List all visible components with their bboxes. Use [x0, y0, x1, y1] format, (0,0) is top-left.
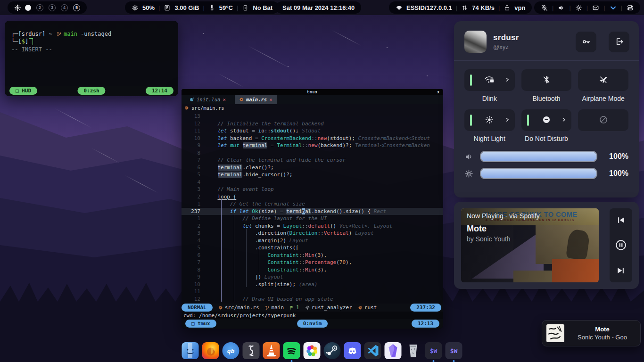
cpu-icon	[132, 4, 139, 11]
toggle-blocked[interactable]	[578, 109, 628, 131]
toggle-dlink[interactable]	[464, 69, 515, 91]
lsp-server: rust_analyzer	[305, 304, 352, 311]
tmux-session-name[interactable]: □ tmux	[185, 320, 216, 328]
sun-icon	[484, 115, 495, 126]
code-line: 10 let backend = CrosstermBackend::new(s…	[182, 135, 443, 142]
toggle-night-light[interactable]	[464, 109, 515, 131]
workspace-3[interactable]: 3	[49, 4, 56, 11]
chevron-right-icon[interactable]	[504, 77, 510, 84]
toggle-label: Dlink	[482, 95, 497, 103]
now-playing-info: Now Playing - via Spotify Mote by Sonic …	[467, 212, 540, 243]
separator: |	[621, 4, 622, 11]
bluetoothOff-icon	[541, 75, 552, 86]
desktop: 2345 50% | 3.00 GiB | 59°C | No Bat Sat …	[0, 0, 644, 362]
tab-close-icon[interactable]: ×	[223, 97, 226, 102]
next-button[interactable]	[616, 266, 626, 275]
memory-icon	[164, 4, 171, 11]
terminal-window[interactable]: ┌─[srdusr] ~ main -unstaged └─[$] -- INS…	[5, 21, 178, 96]
workspace-5[interactable]: 5	[73, 4, 80, 11]
vlc-icon	[263, 342, 280, 359]
dock-icon-discord[interactable]	[344, 342, 361, 359]
toggle-do-not-disturb[interactable]	[521, 109, 572, 131]
dock-icon-spotify[interactable]	[283, 342, 300, 359]
code-line: 7 // Clear the terminal and hide the cur…	[182, 156, 443, 164]
dock-icon-obs[interactable]	[243, 342, 260, 359]
dock-icon-firefox[interactable]	[202, 342, 219, 359]
lock-keys-button[interactable]	[576, 32, 596, 52]
user-header: srdusr @xyz	[454, 21, 639, 59]
code-editor[interactable]: 1312 // Initialize the terminal backend1…	[182, 112, 443, 304]
brightness-slider[interactable]	[480, 168, 597, 179]
mic-muted-icon[interactable]	[541, 4, 548, 11]
airplaneOff-icon	[598, 75, 609, 86]
dock-icon-obsidian[interactable]	[385, 342, 402, 359]
tmux-window-nvim[interactable]: 0:nvim	[297, 320, 328, 328]
indent-guide	[246, 229, 247, 287]
vpn-icon[interactable]	[504, 4, 511, 11]
dock-icon-steam[interactable]	[324, 342, 341, 359]
window-title: tmux	[182, 90, 443, 94]
chevron-right-icon[interactable]	[561, 117, 567, 124]
pause-button[interactable]	[615, 239, 627, 251]
window-titlebar: tmux x	[182, 89, 443, 95]
dock-icon-vscode[interactable]	[364, 342, 381, 359]
notification-album-art	[546, 324, 564, 342]
icon-glyph: $W	[450, 347, 458, 354]
toggle-cell: Bluetooth	[521, 69, 572, 103]
brightness-value: 100%	[604, 169, 628, 178]
volume-icon[interactable]	[558, 4, 565, 11]
workspace-4[interactable]: 4	[61, 4, 68, 11]
tmux-session-hud[interactable]: □ HUD	[9, 87, 37, 95]
toggle-bluetooth[interactable]	[521, 69, 572, 91]
distro-logo-icon[interactable]	[14, 4, 21, 11]
volume-slider[interactable]	[480, 151, 597, 162]
dock-icon-photos[interactable]	[304, 342, 321, 359]
media-notification[interactable]: Mote Sonic Youth - Goo	[542, 320, 641, 346]
settings-icon[interactable]	[575, 4, 582, 11]
dock-icon-sw-app-1[interactable]: $W	[425, 342, 442, 359]
dock-icon-trash[interactable]	[405, 342, 422, 359]
flag-icon	[289, 305, 294, 310]
dock-icon-file-manager[interactable]	[182, 342, 199, 359]
dock-icon-vlc[interactable]	[263, 342, 280, 359]
statusline-branch: main	[265, 304, 284, 311]
dock: qb$W$W	[182, 342, 462, 359]
updates-chevron-icon[interactable]	[610, 4, 617, 11]
prompt-symbol: $	[22, 38, 25, 45]
messages-icon[interactable]	[592, 4, 599, 11]
network-status: ESSID/127.0.0.1 | 74 KB/s | vpn	[389, 1, 532, 14]
statusline-file: src/main.rs	[218, 304, 259, 311]
chevron-right-icon[interactable]	[504, 117, 510, 124]
lua-file-icon	[190, 97, 194, 102]
workspace-2[interactable]: 2	[36, 4, 43, 11]
shell-prompt-line1: ┌─[srdusr] ~ main -unstaged	[11, 30, 172, 38]
shell-prompt-line2: └─[$]	[11, 38, 172, 45]
memory-usage: 3.00 GiB	[174, 4, 199, 11]
window-close-button[interactable]: x	[437, 90, 439, 94]
key-icon	[582, 37, 591, 46]
editor-window[interactable]: tmux x init.lua × main.rs × src/main.rs	[182, 89, 443, 329]
tab-init-lua[interactable]: init.lua ×	[185, 95, 230, 104]
toggle-airplane-mode[interactable]	[578, 69, 628, 91]
toggles-icon[interactable]	[627, 4, 634, 11]
previous-button[interactable]	[616, 215, 626, 225]
diagnostics-count: 1	[289, 304, 299, 311]
user-handle: @xyz	[493, 43, 569, 50]
clock: Sat 09 Mar 2024 12:16:40	[276, 1, 361, 14]
obs-icon	[243, 342, 260, 359]
dock-icon-sw-app-2[interactable]: $W	[446, 342, 462, 359]
wifi-icon[interactable]	[396, 4, 403, 11]
tmux-statusbar: □ HUD 0:zsh 12:14	[5, 86, 178, 96]
obsidian-icon	[385, 342, 402, 359]
workspace-1[interactable]	[25, 5, 31, 11]
vi-mode-indicator: -- INSERT --	[11, 46, 172, 53]
tab-label: init.lua	[197, 97, 221, 102]
tab-main-rs[interactable]: main.rs ×	[235, 95, 277, 104]
system-stats: 50% | 3.00 GiB | 59°C | No Bat	[125, 1, 279, 14]
dock-icon-qbittorrent[interactable]: qb	[223, 342, 239, 359]
tmux-window-zsh[interactable]: 0:zsh	[77, 87, 105, 95]
icon-glyph: $W	[430, 347, 438, 354]
logout-button[interactable]	[609, 32, 629, 52]
rust-file-icon	[218, 305, 223, 310]
tab-close-icon[interactable]: ×	[269, 97, 272, 102]
